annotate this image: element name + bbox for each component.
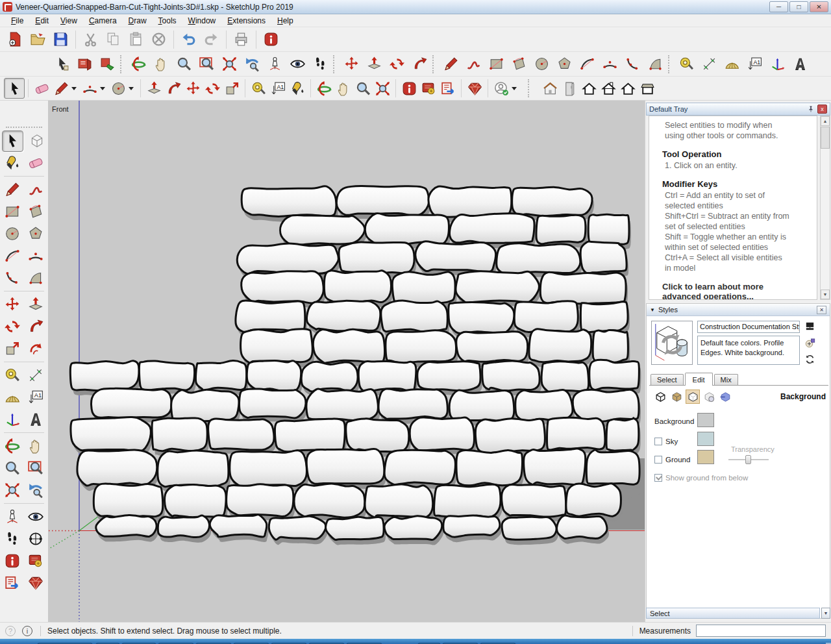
house-3d-tool[interactable] bbox=[540, 79, 560, 98]
select-panel-expand-icon[interactable]: ▼ bbox=[821, 608, 830, 619]
warehouse-gem-tool[interactable] bbox=[465, 79, 484, 98]
doc-new-tool[interactable] bbox=[4, 30, 27, 49]
zoom-tool[interactable] bbox=[353, 79, 373, 98]
dropdown-arrow-icon[interactable] bbox=[100, 87, 105, 90]
eraser-tool[interactable] bbox=[26, 153, 45, 173]
collapse-arrow-icon[interactable]: ▼ bbox=[650, 307, 655, 313]
ground-color-swatch[interactable] bbox=[697, 450, 714, 464]
help-icon[interactable]: ? bbox=[5, 626, 16, 636]
menu-draw[interactable]: Draw bbox=[123, 15, 153, 27]
show-ground-checkbox[interactable] bbox=[654, 474, 662, 482]
polygon-tool[interactable] bbox=[553, 55, 576, 74]
previous-view-tool[interactable] bbox=[26, 480, 45, 500]
rotate-tool[interactable] bbox=[386, 55, 408, 74]
arc-tool[interactable] bbox=[3, 246, 22, 266]
style-description-field[interactable]: Default face colors. Profile Edges. Whit… bbox=[697, 336, 800, 365]
select-panel-header[interactable]: Select bbox=[646, 608, 820, 619]
zoom-tool[interactable] bbox=[173, 55, 195, 74]
push-pull-tool[interactable] bbox=[144, 79, 164, 98]
follow-me-tool[interactable] bbox=[164, 79, 183, 98]
move-tool[interactable] bbox=[183, 79, 203, 98]
select-tool[interactable] bbox=[4, 78, 25, 99]
component-box-tool[interactable] bbox=[560, 79, 579, 98]
dimension-tool[interactable] bbox=[26, 365, 45, 385]
hand-select-tool[interactable] bbox=[51, 55, 73, 74]
pie-tool[interactable] bbox=[26, 268, 45, 288]
transparency-slider[interactable] bbox=[728, 454, 769, 465]
rotate-tool[interactable] bbox=[3, 317, 22, 336]
position-camera-tool[interactable] bbox=[3, 507, 22, 526]
menu-extensions[interactable]: Extensions bbox=[221, 15, 271, 27]
component-1-tool[interactable] bbox=[73, 55, 96, 74]
zoom-extents-tool[interactable] bbox=[373, 79, 392, 98]
home-outline-tool[interactable] bbox=[618, 79, 638, 98]
zoom-window-tool[interactable] bbox=[26, 458, 45, 478]
home-box-tool[interactable] bbox=[599, 79, 618, 98]
pencil-tool[interactable] bbox=[51, 79, 71, 98]
home-flat-tool[interactable] bbox=[638, 79, 657, 98]
three-point-arc-tool[interactable] bbox=[3, 268, 22, 288]
warehouse-gem-tool[interactable] bbox=[26, 573, 45, 593]
menu-tools[interactable]: Tools bbox=[153, 15, 182, 27]
sky-color-swatch[interactable] bbox=[697, 432, 714, 446]
zoom-window-tool[interactable] bbox=[195, 55, 218, 74]
background-settings-icon[interactable] bbox=[686, 390, 700, 404]
position-camera-tool[interactable] bbox=[264, 55, 286, 74]
circle-tool[interactable] bbox=[3, 224, 22, 243]
modeling-settings-icon[interactable] bbox=[718, 390, 732, 404]
menu-file[interactable]: File bbox=[5, 15, 29, 27]
circle-tool[interactable] bbox=[108, 79, 128, 98]
axes-tool[interactable] bbox=[766, 55, 789, 74]
text-3d-tool[interactable] bbox=[789, 55, 812, 74]
tray-header[interactable]: Default Tray x bbox=[646, 103, 830, 116]
follow-me-tool[interactable] bbox=[26, 317, 45, 336]
zoom-extents-tool[interactable] bbox=[3, 480, 22, 500]
pan-tool[interactable] bbox=[26, 436, 45, 456]
no-entry-tool[interactable] bbox=[147, 30, 170, 49]
style-thumbnail[interactable] bbox=[651, 321, 693, 365]
rectangle-tool[interactable] bbox=[3, 202, 22, 221]
dropdown-arrow-icon[interactable] bbox=[71, 87, 77, 90]
copy-tool[interactable] bbox=[102, 30, 125, 49]
pencil-tool[interactable] bbox=[440, 55, 462, 74]
freehand-tool[interactable] bbox=[26, 180, 45, 199]
save-tool[interactable] bbox=[49, 30, 72, 49]
component-2-tool[interactable] bbox=[96, 55, 119, 74]
text-tool[interactable] bbox=[268, 79, 288, 98]
send-layout-tool[interactable] bbox=[3, 573, 22, 593]
menu-camera[interactable]: Camera bbox=[83, 15, 123, 27]
face-settings-icon[interactable] bbox=[669, 390, 684, 404]
polygon-tool[interactable] bbox=[26, 224, 45, 243]
send-layout-tool[interactable] bbox=[438, 79, 458, 98]
measurements-input[interactable] bbox=[696, 625, 826, 637]
menu-view[interactable]: View bbox=[55, 15, 83, 27]
tab-select[interactable]: Select bbox=[651, 374, 684, 385]
circle-tool[interactable] bbox=[530, 55, 553, 74]
push-pull-tool[interactable] bbox=[363, 55, 386, 74]
windows-taskbar[interactable] bbox=[0, 639, 831, 644]
background-color-swatch[interactable] bbox=[697, 413, 714, 427]
dropdown-arrow-icon[interactable] bbox=[129, 87, 134, 90]
tray-close-icon[interactable]: x bbox=[817, 105, 827, 114]
styles-header[interactable]: ▼ Styles ✕ bbox=[647, 304, 830, 316]
offset-tool[interactable] bbox=[26, 339, 45, 358]
print-tool[interactable] bbox=[230, 30, 253, 49]
rotated-rectangle-tool[interactable] bbox=[26, 202, 45, 221]
make-component-tool[interactable] bbox=[27, 131, 47, 151]
edge-settings-icon[interactable] bbox=[653, 390, 667, 404]
walk-tool[interactable] bbox=[309, 55, 332, 74]
move-tool[interactable] bbox=[340, 55, 363, 74]
scale-tool[interactable] bbox=[222, 79, 242, 98]
pie-tool[interactable] bbox=[644, 55, 667, 74]
two-point-arc-tool[interactable] bbox=[26, 246, 45, 266]
home-outline-tool[interactable] bbox=[579, 79, 599, 98]
paint-bucket-tool[interactable] bbox=[3, 153, 22, 173]
text-tool[interactable] bbox=[743, 55, 766, 74]
text-tool[interactable] bbox=[26, 388, 45, 407]
rectangle-tool[interactable] bbox=[485, 55, 508, 74]
model-canvas[interactable]: Front bbox=[49, 101, 645, 622]
select-tool[interactable] bbox=[2, 130, 23, 152]
account-tool[interactable] bbox=[491, 79, 511, 98]
minimize-button[interactable]: ─ bbox=[769, 1, 788, 12]
protractor-tool[interactable] bbox=[721, 55, 743, 74]
